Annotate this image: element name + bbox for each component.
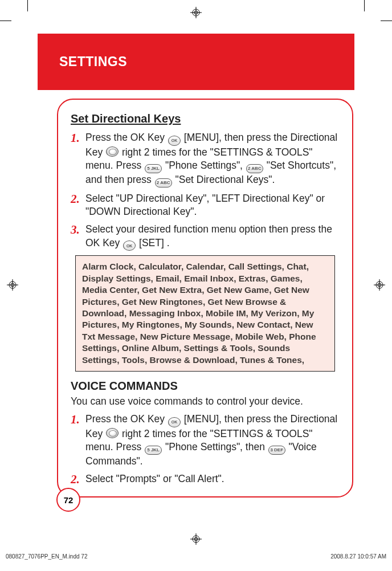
text: "Set Directional Keys". <box>173 174 275 185</box>
step-number: 1 <box>71 413 85 468</box>
text: [SET] . <box>136 237 169 248</box>
ok-key-icon: OK <box>123 240 136 251</box>
directional-key-icon <box>106 146 119 157</box>
section-title-voice-commands: VOICE COMMANDS <box>71 380 340 393</box>
step-body: Select "UP Directional Key", "LEFT Direc… <box>85 192 340 218</box>
registration-mark-icon <box>7 279 18 291</box>
text: Press the OK Key <box>85 413 168 425</box>
registration-mark-icon <box>374 279 385 291</box>
page-number-badge: 72 <box>56 488 80 512</box>
step-number: 1 <box>71 131 85 187</box>
step-body: Select your desired function menu option… <box>85 223 340 251</box>
key-5-icon: 5 JKL <box>145 164 162 173</box>
registration-mark-icon <box>190 533 202 545</box>
step-number: 2 <box>71 472 85 486</box>
step-body: Press the OK Key OK [MENU], then press t… <box>85 131 340 187</box>
step-3: 3 Select your desired function menu opti… <box>71 223 340 251</box>
step-body: Press the OK Key OK [MENU], then press t… <box>85 413 340 468</box>
key-3-icon: 3 DEF <box>268 446 285 455</box>
content-frame: Set Directional Keys 1 Press the OK Key … <box>57 99 353 497</box>
step-number: 2 <box>71 192 85 218</box>
page-number: 72 <box>64 495 74 505</box>
ok-key-icon: OK <box>168 417 181 427</box>
footer-timestamp: 2008.8.27 10:0:57 AM <box>330 553 386 560</box>
text: Press the OK Key <box>85 132 168 143</box>
key-2-icon: 2 ABC <box>155 178 172 187</box>
crop-mark <box>364 0 365 11</box>
registration-mark-icon <box>190 7 202 18</box>
step-1: 1 Press the OK Key OK [MENU], then press… <box>71 131 340 187</box>
header-bar: SETTINGS <box>38 34 354 90</box>
footer-slug: 080827_7076PP_EN_M.indd 72 2008.8.27 10:… <box>6 553 386 560</box>
step-2: 2 Select "UP Directional Key", "LEFT Dir… <box>71 192 340 218</box>
page-root: SETTINGS Set Directional Keys 1 Press th… <box>0 0 392 571</box>
text: "Phone Settings", <box>162 160 246 171</box>
section-intro: You can use voice commands to control yo… <box>71 395 340 408</box>
key-2-icon: 2 ABC <box>246 164 263 173</box>
crop-mark <box>0 21 11 21</box>
directional-key-icon <box>106 428 119 438</box>
key-5-icon: 5 JKL <box>145 446 162 455</box>
footer-filename: 080827_7076PP_EN_M.indd 72 <box>6 553 87 560</box>
step-1: 1 Press the OK Key OK [MENU], then press… <box>71 413 340 468</box>
ok-key-icon: OK <box>168 136 181 146</box>
text: Select your desired function menu option… <box>85 223 332 248</box>
text: "Phone Settings", then <box>162 441 268 452</box>
step-2: 2 Select "Prompts" or "Call Alert". <box>71 472 340 486</box>
step-number: 3 <box>71 223 85 251</box>
page-title: SETTINGS <box>59 54 127 70</box>
section-title-set-directional-keys: Set Directional Keys <box>71 112 340 125</box>
function-list-callout: Alarm Clock, Calculator, Calendar, Call … <box>75 255 335 372</box>
crop-mark <box>381 21 392 21</box>
step-body: Select "Prompts" or "Call Alert". <box>85 472 340 486</box>
crop-mark <box>27 0 28 11</box>
